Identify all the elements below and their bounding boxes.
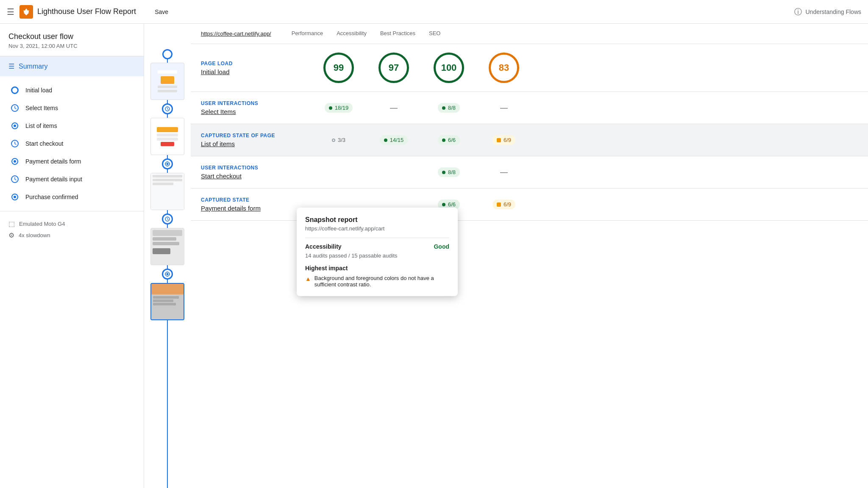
sidebar-item-select-items[interactable]: Select Items — [0, 99, 144, 117]
thumb-3[interactable] — [150, 173, 184, 210]
popup-accessibility-value: Good — [434, 243, 449, 250]
tl-section-5 — [150, 269, 184, 324]
popup-accessibility-row: Accessibility Good — [305, 243, 449, 250]
section-initial-load: Page load Initial load 99 97 100 83 — [191, 44, 868, 92]
circle-83: 83 — [489, 53, 519, 83]
sidebar-item-list-of-items[interactable]: List of items — [0, 117, 144, 135]
app-logo — [19, 5, 33, 19]
step-label-start-checkout: Start checkout — [25, 140, 64, 147]
device-info: ⬚ Emulated Moto G4 — [8, 218, 135, 230]
tab-performance[interactable]: Performance — [285, 24, 330, 44]
score-best-practices-select-items: 8/8 — [421, 103, 476, 113]
save-button[interactable]: Save — [150, 6, 173, 18]
sidebar-summary-item[interactable]: ☰ Summary — [0, 56, 144, 76]
section-name-list-of-items[interactable]: List of items — [201, 140, 311, 147]
square-orange-2 — [497, 202, 501, 207]
circle-100: 100 — [434, 53, 464, 83]
badge-14-15: 14/15 — [380, 135, 408, 145]
square-orange — [497, 138, 501, 142]
score-accessibility-select-items: — — [366, 103, 421, 112]
section-payment-details-form: Captured state Payment details form 6/6 — [191, 189, 868, 221]
interaction-icon-select — [10, 103, 19, 113]
score-performance-select-items: 18/19 — [311, 103, 366, 113]
tl-section-2 — [150, 103, 184, 158]
tl-node-1 — [162, 49, 172, 59]
step-label-list-of-items: List of items — [25, 122, 57, 129]
step-label-initial-load: Initial load — [25, 87, 52, 94]
tl-node-5 — [162, 269, 173, 280]
help-icon: ⓘ — [794, 7, 802, 17]
badge-6-9-payment: 6/9 — [492, 200, 515, 209]
section-type-initial-load: Page load — [201, 61, 311, 67]
section-name-payment-form[interactable]: Payment details form — [201, 205, 311, 212]
sidebar: Checkout user flow Nov 3, 2021, 12:00 AM… — [0, 24, 144, 488]
section-left-start-checkout: User interactions Start checkout — [201, 165, 311, 180]
section-scores-select-items: 18/19 — 8/8 — — [311, 103, 858, 113]
thumb-5[interactable] — [150, 283, 184, 320]
section-left-select-items: User interactions Select Items — [201, 100, 311, 115]
tab-url[interactable]: https://coffee-cart.netlify.app/ — [201, 30, 271, 37]
badge-8-8-checkout: 8/8 — [438, 167, 460, 177]
score-seo-start-checkout: — — [476, 168, 531, 177]
section-left-initial-load: Page load Initial load — [201, 61, 311, 75]
interaction-icon-checkout — [10, 139, 19, 148]
tl-section-4 — [150, 214, 184, 269]
section-scores-list-of-items: 3/3 14/15 6/6 — [311, 135, 858, 145]
sidebar-item-initial-load[interactable]: Initial load — [0, 81, 144, 99]
device-icon: ⬚ — [8, 220, 15, 228]
score-seo-payment-form: 6/9 — [476, 200, 531, 209]
understanding-flows-label: Understanding Flows — [805, 8, 861, 15]
popup-title: Snapshot report — [305, 216, 449, 224]
tab-seo[interactable]: SEO — [422, 24, 447, 44]
dot-green-6 — [442, 203, 445, 206]
popup-highest-impact-title: Highest impact — [305, 265, 449, 272]
step-label-select-items: Select Items — [25, 105, 58, 111]
svg-point-9 — [14, 160, 16, 163]
score-seo-select-items: — — [476, 103, 531, 112]
score-performance-list-items: 3/3 — [311, 135, 366, 145]
tab-best-practices[interactable]: Best Practices — [373, 24, 422, 44]
dash-accessibility-select: — — [390, 103, 398, 112]
popup-url: https://coffee-cart.netlify.app/cart — [305, 225, 449, 232]
popup-accessibility-desc: 14 audits passed / 15 passable audits — [305, 252, 449, 259]
tab-bar: https://coffee-cart.netlify.app/ Perform… — [191, 24, 868, 44]
sidebar-item-payment-details-input[interactable]: Payment details input — [0, 170, 144, 188]
score-best-practices-initial-load: 100 — [421, 53, 476, 83]
snapshot-icon-purchase — [10, 192, 19, 202]
tl-section-3 — [150, 158, 184, 214]
section-left-payment-form: Captured state Payment details form — [201, 197, 311, 212]
dot-green — [329, 106, 332, 110]
menu-icon[interactable]: ☰ — [7, 7, 14, 17]
section-type-select-items: User interactions — [201, 100, 311, 106]
score-accessibility-list-items: 14/15 — [366, 135, 421, 145]
clock-icon — [11, 104, 19, 112]
tab-accessibility[interactable]: Accessibility — [330, 24, 373, 44]
sidebar-item-purchase-confirmed[interactable]: Purchase confirmed — [0, 188, 144, 206]
thumb-1[interactable] — [150, 63, 184, 100]
sidebar-steps: Initial load Select Items — [0, 76, 144, 211]
badge-18-19: 18/19 — [325, 103, 353, 113]
sidebar-item-start-checkout[interactable]: Start checkout — [0, 135, 144, 152]
section-type-list-of-items: Captured state of page — [201, 133, 311, 139]
step-label-purchase-confirmed: Purchase confirmed — [25, 194, 78, 200]
tl-node-4 — [162, 214, 173, 225]
snapshot-icon-payment-form — [10, 157, 19, 166]
snapshot-icon-list — [10, 121, 19, 130]
thumb-4[interactable] — [150, 228, 184, 265]
section-name-initial-load[interactable]: Initial load — [201, 68, 311, 75]
snapshot-popup: Snapshot report https://coffee-cart.netl… — [297, 208, 458, 296]
understanding-flows-link[interactable]: ⓘ Understanding Flows — [794, 7, 861, 17]
section-name-start-checkout[interactable]: Start checkout — [201, 172, 311, 180]
thumb-2[interactable] — [150, 118, 184, 155]
sidebar-summary-label: Summary — [19, 63, 47, 70]
sidebar-item-payment-details-form[interactable]: Payment details form — [0, 152, 144, 170]
section-scores-start-checkout: 8/8 — — [311, 167, 858, 177]
badge-3-3: 3/3 — [328, 135, 350, 145]
step-label-payment-details-input: Payment details input — [25, 176, 82, 183]
section-name-select-items[interactable]: Select Items — [201, 108, 311, 115]
score-seo-initial-load: 83 — [476, 53, 531, 83]
lighthouse-icon — [22, 8, 31, 16]
circle-97: 97 — [378, 53, 409, 83]
badge-8-8-select: 8/8 — [438, 103, 460, 113]
content-area: https://coffee-cart.netlify.app/ Perform… — [191, 24, 868, 488]
